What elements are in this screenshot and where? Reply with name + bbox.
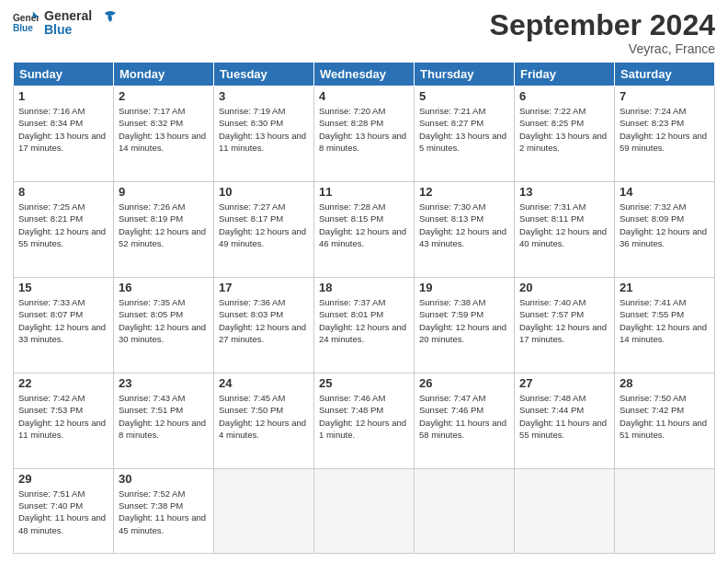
calendar-day-cell: 5Sunrise: 7:21 AMSunset: 8:27 PMDaylight… — [415, 86, 515, 182]
day-number: 11 — [319, 185, 409, 199]
calendar-day-cell: 21Sunrise: 7:41 AMSunset: 7:55 PMDayligh… — [615, 278, 715, 373]
day-info: Sunrise: 7:28 AMSunset: 8:15 PMDaylight:… — [319, 201, 409, 249]
calendar-day-cell: 8Sunrise: 7:25 AMSunset: 8:21 PMDaylight… — [14, 182, 114, 278]
calendar-day-cell — [615, 468, 715, 553]
day-number: 15 — [18, 281, 108, 294]
calendar-day-cell: 27Sunrise: 7:48 AMSunset: 7:44 PMDayligh… — [515, 373, 615, 468]
day-number: 5 — [419, 89, 509, 103]
logo-blue: Blue — [44, 23, 92, 37]
day-number: 6 — [519, 89, 609, 103]
day-number: 24 — [219, 376, 309, 390]
weekday-header-cell: Sunday — [14, 63, 114, 86]
day-number: 27 — [519, 376, 609, 390]
calendar-day-cell — [415, 468, 515, 553]
day-info: Sunrise: 7:27 AMSunset: 8:17 PMDaylight:… — [219, 201, 309, 249]
calendar-day-cell: 28Sunrise: 7:50 AMSunset: 7:42 PMDayligh… — [615, 373, 715, 468]
day-number: 9 — [119, 185, 209, 199]
calendar-day-cell: 15Sunrise: 7:33 AMSunset: 8:07 PMDayligh… — [14, 278, 114, 373]
day-info: Sunrise: 7:38 AMSunset: 7:59 PMDaylight:… — [419, 296, 509, 345]
day-info: Sunrise: 7:25 AMSunset: 8:21 PMDaylight:… — [18, 201, 108, 249]
logo-general: General — [44, 9, 92, 23]
calendar-day-cell — [314, 468, 415, 553]
day-number: 25 — [319, 376, 409, 390]
day-number: 2 — [119, 89, 209, 103]
weekday-header-row: SundayMondayTuesdayWednesdayThursdayFrid… — [14, 63, 715, 86]
day-info: Sunrise: 7:21 AMSunset: 8:27 PMDaylight:… — [419, 105, 509, 154]
calendar-day-cell: 1Sunrise: 7:16 AMSunset: 8:34 PMDaylight… — [14, 86, 114, 182]
day-number: 28 — [620, 376, 710, 390]
calendar-day-cell: 13Sunrise: 7:31 AMSunset: 8:11 PMDayligh… — [515, 182, 615, 278]
day-info: Sunrise: 7:26 AMSunset: 8:19 PMDaylight:… — [119, 201, 209, 249]
calendar-day-cell: 11Sunrise: 7:28 AMSunset: 8:15 PMDayligh… — [314, 182, 415, 278]
day-number: 23 — [119, 376, 209, 390]
day-info: Sunrise: 7:41 AMSunset: 7:55 PMDaylight:… — [620, 296, 710, 345]
calendar-body: 1Sunrise: 7:16 AMSunset: 8:34 PMDaylight… — [14, 86, 715, 554]
calendar-day-cell: 23Sunrise: 7:43 AMSunset: 7:51 PMDayligh… — [114, 373, 214, 468]
day-info: Sunrise: 7:42 AMSunset: 7:53 PMDaylight:… — [18, 392, 108, 441]
day-info: Sunrise: 7:47 AMSunset: 7:46 PMDaylight:… — [419, 392, 509, 441]
calendar-day-cell: 12Sunrise: 7:30 AMSunset: 8:13 PMDayligh… — [415, 182, 515, 278]
day-info: Sunrise: 7:40 AMSunset: 7:57 PMDaylight:… — [519, 296, 609, 345]
day-info: Sunrise: 7:36 AMSunset: 8:03 PMDaylight:… — [219, 296, 309, 345]
day-info: Sunrise: 7:35 AMSunset: 8:05 PMDaylight:… — [119, 296, 209, 345]
calendar-day-cell: 19Sunrise: 7:38 AMSunset: 7:59 PMDayligh… — [415, 278, 515, 373]
day-info: Sunrise: 7:51 AMSunset: 7:40 PMDaylight:… — [18, 488, 108, 536]
day-number: 10 — [219, 185, 309, 199]
day-number: 29 — [18, 472, 108, 486]
calendar-day-cell: 30Sunrise: 7:52 AMSunset: 7:38 PMDayligh… — [114, 468, 214, 553]
day-number: 14 — [620, 185, 710, 199]
calendar-day-cell: 25Sunrise: 7:46 AMSunset: 7:48 PMDayligh… — [314, 373, 415, 468]
day-number: 20 — [519, 281, 609, 294]
day-info: Sunrise: 7:16 AMSunset: 8:34 PMDaylight:… — [18, 105, 108, 154]
day-number: 17 — [219, 281, 309, 294]
logo-icon: General Blue — [13, 10, 39, 36]
day-number: 1 — [18, 89, 108, 103]
title-area: September 2024 Veyrac, France — [490, 9, 715, 56]
day-info: Sunrise: 7:37 AMSunset: 8:01 PMDaylight:… — [319, 296, 409, 345]
weekday-header-cell: Saturday — [615, 63, 715, 86]
weekday-header-cell: Monday — [114, 63, 214, 86]
location-subtitle: Veyrac, France — [490, 41, 715, 56]
calendar-day-cell: 24Sunrise: 7:45 AMSunset: 7:50 PMDayligh… — [214, 373, 314, 468]
month-title: September 2024 — [490, 9, 715, 41]
calendar-day-cell — [515, 468, 615, 553]
day-info: Sunrise: 7:19 AMSunset: 8:30 PMDaylight:… — [219, 105, 309, 154]
day-number: 19 — [419, 281, 509, 294]
weekday-header-cell: Friday — [515, 63, 615, 86]
calendar-day-cell — [214, 468, 314, 553]
calendar-week-row: 8Sunrise: 7:25 AMSunset: 8:21 PMDaylight… — [14, 182, 715, 278]
day-info: Sunrise: 7:45 AMSunset: 7:50 PMDaylight:… — [219, 392, 309, 441]
day-number: 16 — [119, 281, 209, 294]
day-info: Sunrise: 7:52 AMSunset: 7:38 PMDaylight:… — [119, 488, 209, 536]
calendar-day-cell: 6Sunrise: 7:22 AMSunset: 8:25 PMDaylight… — [515, 86, 615, 182]
day-number: 8 — [18, 185, 108, 199]
calendar-day-cell: 10Sunrise: 7:27 AMSunset: 8:17 PMDayligh… — [214, 182, 314, 278]
calendar-day-cell: 29Sunrise: 7:51 AMSunset: 7:40 PMDayligh… — [14, 468, 114, 553]
day-info: Sunrise: 7:31 AMSunset: 8:11 PMDaylight:… — [519, 201, 609, 249]
calendar-day-cell: 3Sunrise: 7:19 AMSunset: 8:30 PMDaylight… — [214, 86, 314, 182]
day-number: 21 — [620, 281, 710, 294]
calendar-day-cell: 17Sunrise: 7:36 AMSunset: 8:03 PMDayligh… — [214, 278, 314, 373]
day-number: 26 — [419, 376, 509, 390]
day-number: 3 — [219, 89, 309, 103]
day-info: Sunrise: 7:20 AMSunset: 8:28 PMDaylight:… — [319, 105, 409, 154]
day-info: Sunrise: 7:46 AMSunset: 7:48 PMDaylight:… — [319, 392, 409, 441]
day-number: 22 — [18, 376, 108, 390]
day-info: Sunrise: 7:50 AMSunset: 7:42 PMDaylight:… — [620, 392, 710, 441]
day-info: Sunrise: 7:17 AMSunset: 8:32 PMDaylight:… — [119, 105, 209, 154]
weekday-header-cell: Wednesday — [314, 63, 415, 86]
logo-bird-icon — [97, 9, 118, 29]
calendar-week-row: 22Sunrise: 7:42 AMSunset: 7:53 PMDayligh… — [14, 373, 715, 468]
day-info: Sunrise: 7:24 AMSunset: 8:23 PMDaylight:… — [620, 105, 710, 154]
calendar-day-cell: 2Sunrise: 7:17 AMSunset: 8:32 PMDaylight… — [114, 86, 214, 182]
calendar-day-cell: 22Sunrise: 7:42 AMSunset: 7:53 PMDayligh… — [14, 373, 114, 468]
day-number: 30 — [119, 472, 209, 486]
calendar-week-row: 29Sunrise: 7:51 AMSunset: 7:40 PMDayligh… — [14, 468, 715, 553]
day-number: 7 — [620, 89, 710, 103]
calendar-day-cell: 26Sunrise: 7:47 AMSunset: 7:46 PMDayligh… — [415, 373, 515, 468]
weekday-header-cell: Thursday — [415, 63, 515, 86]
calendar-week-row: 15Sunrise: 7:33 AMSunset: 8:07 PMDayligh… — [14, 278, 715, 373]
day-info: Sunrise: 7:48 AMSunset: 7:44 PMDaylight:… — [519, 392, 609, 441]
calendar-day-cell: 9Sunrise: 7:26 AMSunset: 8:19 PMDaylight… — [114, 182, 214, 278]
calendar-day-cell: 20Sunrise: 7:40 AMSunset: 7:57 PMDayligh… — [515, 278, 615, 373]
